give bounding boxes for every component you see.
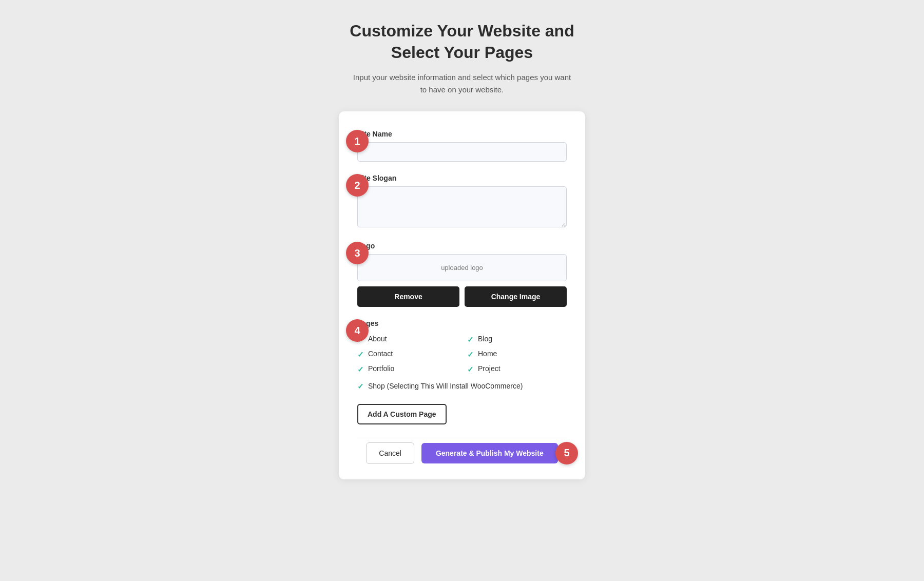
page-title: Customize Your Website and Select Your P… <box>349 21 575 63</box>
site-name-section: 1 Site Name <box>357 130 567 162</box>
page-header: Customize Your Website and Select Your P… <box>349 21 575 96</box>
page-subtitle: Input your website information and selec… <box>349 71 575 96</box>
site-slogan-section: 2 Site Slogan <box>357 174 567 229</box>
site-slogan-input[interactable] <box>357 186 567 227</box>
site-slogan-label: Site Slogan <box>357 174 567 182</box>
step-badge-5: 5 <box>555 442 578 464</box>
page-label-project: Project <box>478 364 500 373</box>
check-icon-home: ✓ <box>467 350 474 359</box>
page-label-shop: Shop (Selecting This Will Install WooCom… <box>368 381 523 392</box>
site-name-input[interactable] <box>357 142 567 162</box>
pages-label: Pages <box>357 319 567 327</box>
logo-section: 3 Logo uploaded logo Remove Change Image <box>357 242 567 307</box>
page-label-about: About <box>368 335 387 343</box>
page-item-about[interactable]: ✓ About <box>357 335 457 344</box>
change-image-button[interactable]: Change Image <box>465 286 567 307</box>
page-item-home[interactable]: ✓ Home <box>467 350 567 359</box>
check-icon-blog: ✓ <box>467 335 474 344</box>
check-icon-project: ✓ <box>467 365 474 374</box>
step-badge-3: 3 <box>346 242 369 264</box>
page-item-project[interactable]: ✓ Project <box>467 364 567 374</box>
logo-label: Logo <box>357 242 567 250</box>
page-label-portfolio: Portfolio <box>368 364 394 373</box>
site-name-label: Site Name <box>357 130 567 138</box>
step-badge-4: 4 <box>346 319 369 342</box>
check-icon-shop: ✓ <box>357 382 364 391</box>
main-card: 1 Site Name 2 Site Slogan 3 Logo uploade… <box>339 111 585 479</box>
check-icon-contact: ✓ <box>357 350 364 359</box>
card-footer: Cancel Generate & Publish My Website 5 <box>357 437 567 464</box>
check-icon-portfolio: ✓ <box>357 365 364 374</box>
page-item-shop[interactable]: ✓ Shop (Selecting This Will Install WooC… <box>357 381 567 392</box>
pages-section: 4 Pages ✓ About ✓ Blog ✓ Contact ✓ Home … <box>357 319 567 424</box>
page-item-portfolio[interactable]: ✓ Portfolio <box>357 364 457 374</box>
page-label-blog: Blog <box>478 335 492 343</box>
page-label-home: Home <box>478 350 497 358</box>
logo-preview-text: uploaded logo <box>441 264 483 272</box>
logo-buttons: Remove Change Image <box>357 286 567 307</box>
page-label-contact: Contact <box>368 350 393 358</box>
page-item-contact[interactable]: ✓ Contact <box>357 350 457 359</box>
remove-button[interactable]: Remove <box>357 286 459 307</box>
step-badge-2: 2 <box>346 174 369 197</box>
step-badge-1: 1 <box>346 130 369 152</box>
logo-preview: uploaded logo <box>357 254 567 281</box>
cancel-button[interactable]: Cancel <box>366 442 414 464</box>
page-item-blog[interactable]: ✓ Blog <box>467 335 567 344</box>
pages-grid: ✓ About ✓ Blog ✓ Contact ✓ Home ✓ Portfo… <box>357 335 567 374</box>
publish-button[interactable]: Generate & Publish My Website <box>421 443 558 463</box>
add-custom-page-button[interactable]: Add A Custom Page <box>357 404 447 424</box>
